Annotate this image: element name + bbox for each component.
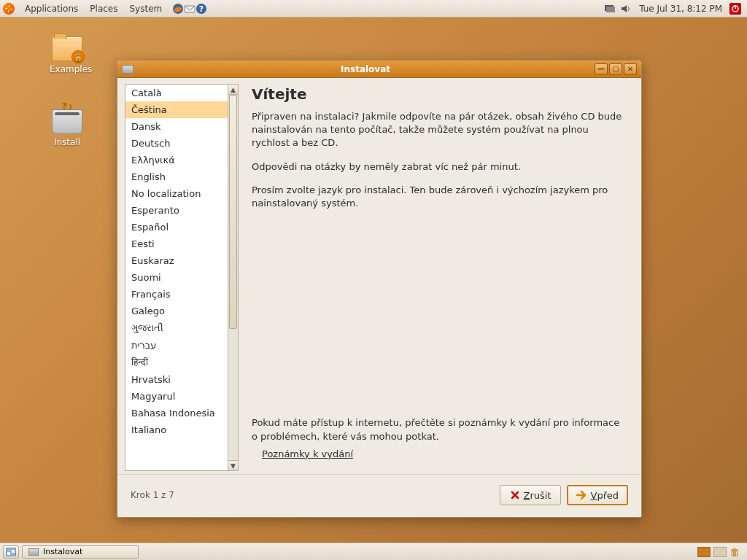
language-option[interactable]: No localization <box>125 185 228 202</box>
maximize-button[interactable]: ▢ <box>609 63 622 75</box>
task-icon <box>28 548 39 556</box>
cancel-button[interactable]: Zrušit <box>500 485 561 505</box>
language-option[interactable]: Français <box>125 286 228 303</box>
forward-label: Vpřed <box>591 490 619 501</box>
cancel-icon <box>509 489 521 501</box>
language-option[interactable]: Bahasa Indonesia <box>125 405 228 421</box>
scroll-up-icon[interactable]: ▲ <box>228 85 238 95</box>
language-option[interactable]: Español <box>125 219 228 236</box>
workspace-2[interactable] <box>713 547 727 557</box>
close-button[interactable]: ✕ <box>624 63 637 75</box>
bottom-panel: Instalovat 🗑 <box>0 542 747 560</box>
welcome-heading: Vítejte <box>252 85 627 103</box>
language-option[interactable]: Esperanto <box>125 202 228 219</box>
svg-rect-10 <box>12 550 15 553</box>
lock-badge-icon: 🔒 <box>71 50 85 63</box>
language-option[interactable]: Euskaraz <box>125 252 228 269</box>
svg-rect-9 <box>7 552 10 555</box>
volume-icon[interactable] <box>620 3 632 15</box>
cancel-label: Zrušit <box>524 490 551 501</box>
release-notes-link[interactable]: Poznámky k vydání <box>262 448 353 459</box>
forward-icon <box>576 489 588 501</box>
language-option[interactable]: Magyarul <box>125 388 228 405</box>
show-desktop-button[interactable] <box>3 545 19 559</box>
places-menu[interactable]: Places <box>84 2 123 15</box>
window-title: Instalovat <box>138 64 593 74</box>
examples-label: Examples <box>50 64 85 74</box>
task-label: Instalovat <box>43 547 82 556</box>
workspace-1[interactable] <box>697 547 711 557</box>
release-notes-para: Pokud máte přístup k internetu, přečtěte… <box>252 416 627 443</box>
help-icon[interactable]: ? <box>196 3 207 15</box>
top-panel: Applications Places System ? Tue Jul 31,… <box>0 0 747 18</box>
task-installer[interactable]: Instalovat <box>22 545 139 559</box>
language-list-wrap: CatalàČeštinaDanskDeutschΕλληνικάEnglish… <box>125 84 239 471</box>
language-option[interactable]: Ελληνικά <box>125 152 228 168</box>
trash-icon[interactable]: 🗑 <box>729 546 741 558</box>
language-option[interactable]: Suomi <box>125 269 228 286</box>
language-option[interactable]: Italiano <box>125 421 228 438</box>
language-option[interactable]: Hrvatski <box>125 371 228 388</box>
window-icon <box>122 65 133 74</box>
installer-window: Instalovat — ▢ ✕ CatalàČeštinaDanskDeuts… <box>117 60 642 518</box>
main-content: Vítejte Připraven na instalaci? Jakmile … <box>243 84 634 471</box>
folder-icon: 🔒 <box>52 36 82 61</box>
language-option[interactable]: ગુજરાતી <box>125 319 228 337</box>
install-launcher[interactable]: ↻ Install <box>50 109 85 147</box>
firefox-icon[interactable] <box>172 3 184 15</box>
svg-rect-5 <box>606 7 615 12</box>
minimize-button[interactable]: — <box>595 63 608 75</box>
language-option[interactable]: Deutsch <box>125 135 228 152</box>
language-option[interactable]: हिन्दी <box>125 354 228 371</box>
titlebar[interactable]: Instalovat — ▢ ✕ <box>117 61 641 78</box>
svg-text:?: ? <box>199 4 204 14</box>
language-option[interactable]: עברית <box>125 337 228 354</box>
install-label: Install <box>50 137 85 147</box>
applications-menu[interactable]: Applications <box>19 2 84 15</box>
examples-folder[interactable]: 🔒 Examples <box>50 36 85 74</box>
ubuntu-logo-icon <box>3 3 15 15</box>
drive-icon <box>52 109 82 134</box>
network-icon[interactable] <box>604 3 616 15</box>
language-option[interactable]: Galego <box>125 303 228 319</box>
scrollbar[interactable]: ▲ ▼ <box>228 84 239 471</box>
step-indicator: Krok 1 z 7 <box>131 490 174 500</box>
language-option[interactable]: Dansk <box>125 118 228 135</box>
language-option[interactable]: Eesti <box>125 236 228 252</box>
shutdown-button[interactable] <box>729 3 741 15</box>
clock[interactable]: Tue Jul 31, 8:12 PM <box>636 4 725 14</box>
mail-icon[interactable] <box>184 3 196 15</box>
intro-para-2: Odpovědi na otázky by neměly zabrat víc … <box>252 160 627 174</box>
system-menu[interactable]: System <box>123 2 168 15</box>
language-option[interactable]: Català <box>125 85 228 101</box>
footer: Krok 1 z 7 Zrušit Vpřed <box>117 474 641 517</box>
intro-para-1: Připraven na instalaci? Jakmile odpovíte… <box>252 110 627 150</box>
forward-button[interactable]: Vpřed <box>567 485 628 505</box>
scroll-track[interactable] <box>228 95 238 460</box>
system-tray: Tue Jul 31, 8:12 PM <box>604 3 744 15</box>
language-option[interactable]: Čeština <box>125 101 228 118</box>
language-option[interactable]: English <box>125 168 228 185</box>
scroll-thumb[interactable] <box>229 95 237 329</box>
scroll-down-icon[interactable]: ▼ <box>228 460 238 470</box>
language-list[interactable]: CatalàČeštinaDanskDeutschΕλληνικάEnglish… <box>125 84 228 471</box>
intro-para-3: Prosím zvolte jazyk pro instalaci. Ten b… <box>252 184 627 210</box>
